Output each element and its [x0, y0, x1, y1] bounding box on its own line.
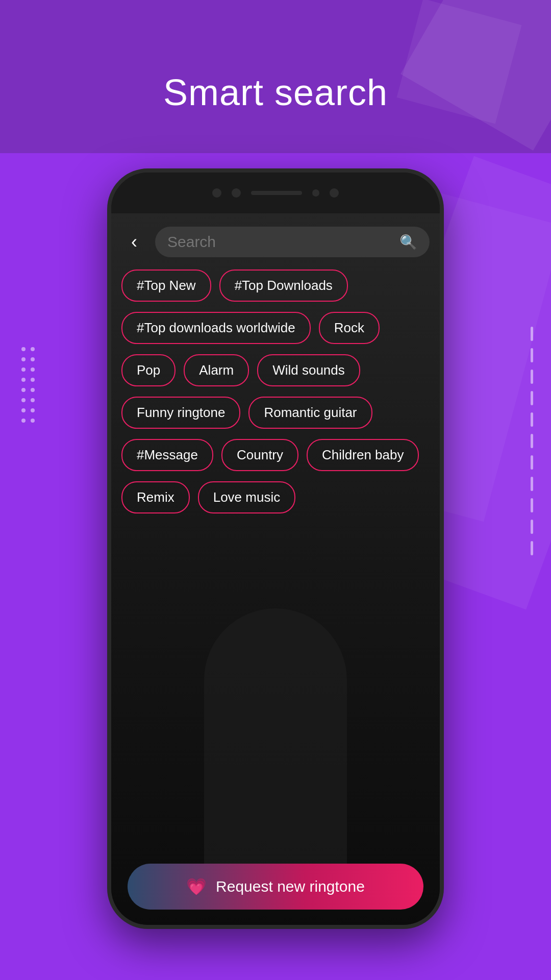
phone-top-bar — [111, 173, 440, 213]
camera-dot — [312, 189, 319, 197]
phone-cameras — [212, 188, 339, 198]
decorative-dashes-right — [531, 327, 533, 555]
tag-wild-sounds[interactable]: Wild sounds — [257, 354, 360, 386]
phone-mockup: ‹ 🔍 #Top New #Top Downloads #Top downloa… — [107, 168, 444, 929]
tags-row-6: Remix Love music — [121, 481, 430, 513]
tags-container: #Top New #Top Downloads #Top downloads w… — [121, 270, 430, 513]
tag-message[interactable]: #Message — [121, 439, 213, 471]
heart-icon: 💗 — [186, 877, 207, 896]
tag-top-downloads-worldwide[interactable]: #Top downloads worldwide — [121, 312, 311, 344]
back-button[interactable]: ‹ — [121, 229, 147, 255]
tag-children-baby[interactable]: Children baby — [307, 439, 419, 471]
tag-pop[interactable]: Pop — [121, 354, 176, 386]
tag-rock[interactable]: Rock — [319, 312, 380, 344]
tag-top-downloads[interactable]: #Top Downloads — [219, 270, 348, 302]
camera-circle-3 — [330, 188, 339, 198]
search-bar-container: ‹ 🔍 — [121, 224, 430, 260]
camera-circle-2 — [232, 188, 241, 198]
tag-alarm[interactable]: Alarm — [184, 354, 249, 386]
tags-row-3: Pop Alarm Wild sounds — [121, 354, 430, 386]
tag-country[interactable]: Country — [221, 439, 298, 471]
tags-row-1: #Top New #Top Downloads — [121, 270, 430, 302]
tag-romantic-guitar[interactable]: Romantic guitar — [248, 397, 372, 429]
tag-funny-ringtone[interactable]: Funny ringtone — [121, 397, 240, 429]
decorative-dots-left — [21, 347, 35, 423]
page-title: Smart search — [0, 71, 551, 113]
tag-love-music[interactable]: Love music — [198, 481, 296, 513]
camera-bar — [251, 191, 302, 195]
tags-row-5: #Message Country Children baby — [121, 439, 430, 471]
request-ringtone-button[interactable]: 💗 Request new ringtone — [128, 864, 423, 910]
tags-row-4: Funny ringtone Romantic guitar — [121, 397, 430, 429]
tag-remix[interactable]: Remix — [121, 481, 190, 513]
camera-circle-1 — [212, 188, 221, 198]
tags-row-2: #Top downloads worldwide Rock — [121, 312, 430, 344]
search-icon: 🔍 — [399, 234, 417, 251]
phone-screen: ‹ 🔍 #Top New #Top Downloads #Top downloa… — [111, 213, 440, 925]
phone-outer: ‹ 🔍 #Top New #Top Downloads #Top downloa… — [107, 168, 444, 929]
person-silhouette — [204, 608, 347, 864]
tag-top-new[interactable]: #Top New — [121, 270, 211, 302]
search-input-wrapper[interactable]: 🔍 — [155, 227, 430, 257]
search-input[interactable] — [167, 233, 393, 251]
header-background: Smart search — [0, 0, 551, 158]
request-label: Request new ringtone — [216, 878, 365, 895]
